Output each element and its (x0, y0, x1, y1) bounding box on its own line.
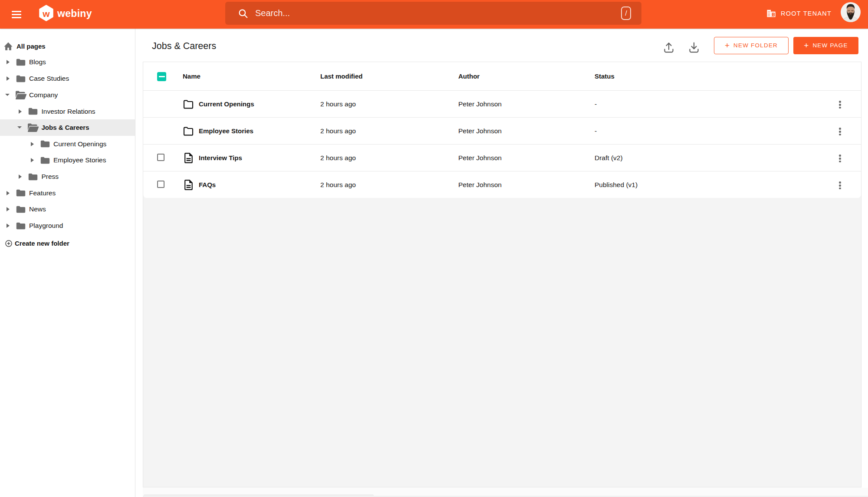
svg-text:w: w (42, 9, 50, 19)
